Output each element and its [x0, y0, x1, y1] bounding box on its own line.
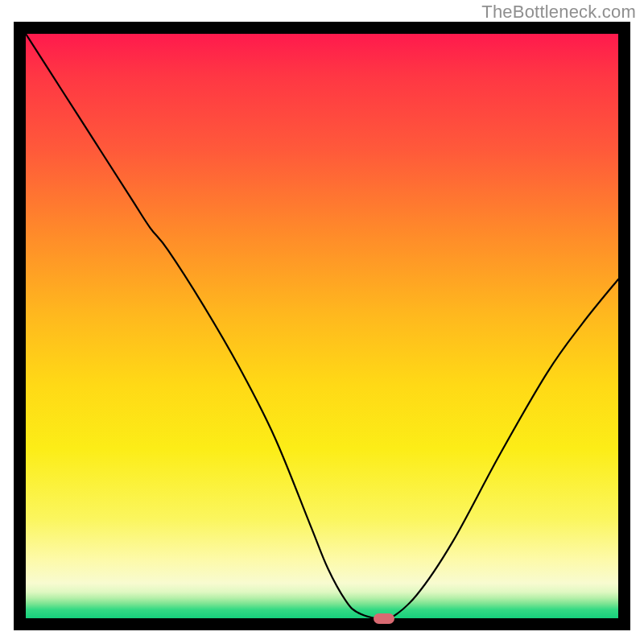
watermark-text: TheBottleneck.com	[481, 2, 636, 23]
optimal-point-marker	[374, 613, 394, 624]
bottleneck-curve	[26, 34, 618, 618]
chart-container: TheBottleneck.com	[0, 0, 644, 644]
